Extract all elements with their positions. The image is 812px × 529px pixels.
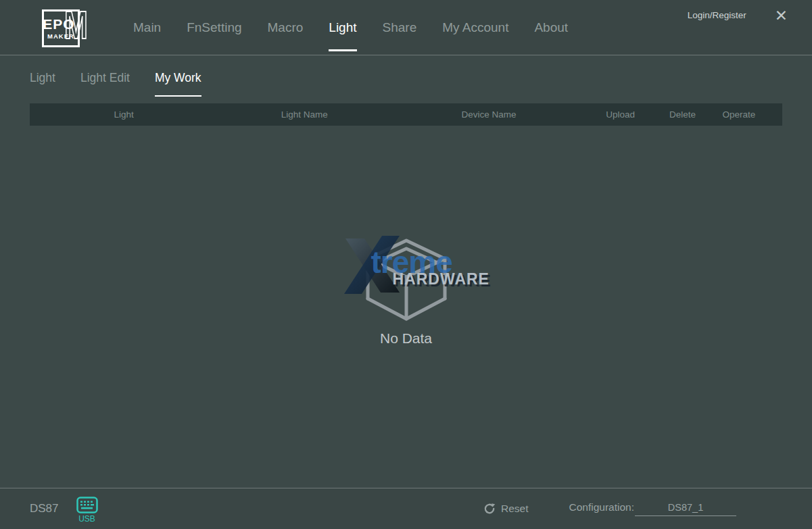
tab-my-work[interactable]: My Work [155,71,201,97]
column-header-light: Light [30,109,218,120]
tab-light[interactable]: Light [30,71,55,97]
tab-light-edit[interactable]: Light Edit [80,71,130,97]
configuration-value-field[interactable]: DS87_1 [635,502,736,516]
nav-item-main[interactable]: Main [120,0,174,55]
watermark-hardware-text: HARDWARE [393,272,489,287]
column-header-operate: Operate [711,109,767,120]
reset-button[interactable]: Reset [483,503,529,515]
empty-box-art: treme HARDWARE [366,238,447,322]
usb-connection-indicator[interactable]: USB [76,497,98,524]
reset-label: Reset [501,503,529,515]
nav-item-share[interactable]: Share [370,0,430,55]
main-nav: Main FnSetting Macro Light Share My Acco… [120,0,581,55]
column-header-device-name: Device Name [391,109,586,120]
nav-item-about[interactable]: About [521,0,581,55]
no-data-message: No Data [0,330,812,347]
column-header-light-name: Light Name [218,109,391,120]
nav-item-macro[interactable]: Macro [255,0,316,55]
close-icon[interactable]: ✕ [775,9,788,22]
login-register-link[interactable]: Login/Register [688,9,746,22]
my-work-table-header: Light Light Name Device Name Upload Dele… [30,103,782,126]
top-bar: EPO MAKER M Main FnSetting Macro Light S… [0,0,812,55]
status-bar: DS87 USB Reset [0,488,812,529]
keyboard-icon [76,497,98,513]
nav-item-light[interactable]: Light [316,0,369,55]
nav-item-fnsetting[interactable]: FnSetting [174,0,254,55]
epomaker-logo: EPO MAKER M [42,7,87,49]
device-name: DS87 [30,502,59,515]
logo-letter-m: M [64,5,88,45]
epomaker-app-window: EPO MAKER M Main FnSetting Macro Light S… [0,0,812,529]
reset-refresh-icon [483,503,496,515]
top-bar-right: Login/Register ✕ [688,9,812,22]
empty-state: treme HARDWARE No Data [0,137,812,347]
nav-item-my-account[interactable]: My Account [429,0,521,55]
column-header-delete: Delete [654,109,711,120]
footer-right: Reset Configuration: DS87_1 [483,501,736,516]
configuration-label: Configuration: [569,501,634,513]
configuration-group: Configuration: DS87_1 [569,501,736,516]
usb-label: USB [78,514,95,524]
light-subtabs: Light Light Edit My Work [30,71,812,97]
column-header-upload: Upload [587,109,654,120]
